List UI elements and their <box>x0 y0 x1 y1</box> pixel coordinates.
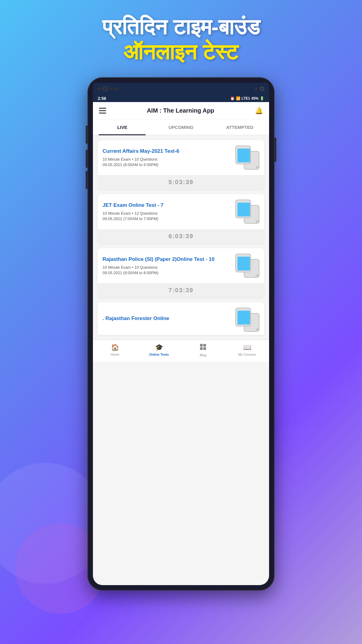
test-icon-3: ✂ <box>235 254 259 278</box>
sensor-dot3 <box>115 87 118 90</box>
test-icon-4: ✂ <box>235 308 259 332</box>
test-card-1[interactable]: Current Affairs May-2021 Test-6 10 Minut… <box>98 140 264 189</box>
svg-rect-2 <box>200 347 203 350</box>
status-bar: 2:56 ⏰ 📶 LTE1 45% 🔋 <box>93 95 269 102</box>
blog-icon <box>200 344 206 352</box>
my-courses-label: My Courses <box>238 353 256 356</box>
home-label: Home <box>110 353 119 356</box>
content-area: Current Affairs May-2021 Test-6 10 Minut… <box>93 135 269 340</box>
svg-rect-3 <box>203 347 206 350</box>
status-time: 2:56 <box>98 96 106 101</box>
app-title: AIM : The Learning App <box>147 107 214 114</box>
test-title-4: . Rajasthan Forester Online <box>103 315 232 322</box>
test-card-2[interactable]: JET Exam Online Test - 7 10 Minute Exam … <box>98 194 264 243</box>
test-icon-2: ✂ <box>235 200 259 224</box>
test-card-3-body: Rajasthan Police (SI) (Paper 2)Online Te… <box>98 248 264 283</box>
tablet-icon-2: ✂ <box>235 200 259 224</box>
phone-device: 2:56 ⏰ 📶 LTE1 45% 🔋 AIM : The Learning A… <box>87 77 275 591</box>
sensor-dot2 <box>110 87 113 90</box>
phone-screen: AIM : The Learning App 🔔 LIVE UPCOMING A… <box>93 102 269 585</box>
bottom-navigation: 🏠 Home 🎓 Online Tests <box>93 340 269 362</box>
header-line2: ऑनलाइन टेस्ट <box>0 39 362 65</box>
app-header: AIM : The Learning App 🔔 <box>93 102 269 120</box>
front-camera-right <box>255 87 258 90</box>
notch-right <box>255 87 264 91</box>
battery-label: 45% <box>251 96 259 101</box>
timer-bar-3: 7:03:39 <box>98 283 264 297</box>
scissors-icon-4: ✂ <box>256 327 259 332</box>
tablet-icon-3: ✂ <box>235 254 259 278</box>
test-meta-3: 10 Minute Exam • 10 Questions <box>103 265 232 270</box>
status-icons: ⏰ 📶 LTE1 45% 🔋 <box>230 96 264 101</box>
scissors-icon-3: ✂ <box>256 273 259 278</box>
tab-bar: LIVE UPCOMING ATTEMPTED <box>93 120 269 135</box>
test-info-1: Current Affairs May-2021 Test-6 10 Minut… <box>103 148 232 167</box>
blog-label: Blog <box>200 353 206 357</box>
test-title-3: Rajasthan Police (SI) (Paper 2)Online Te… <box>103 256 232 263</box>
front-camera-area <box>98 86 118 91</box>
battery-icon: 🔋 <box>260 96 264 101</box>
wifi-icon: 📶 <box>236 96 240 101</box>
phone-notch <box>93 83 269 95</box>
tablet-icon-1: ✂ <box>235 146 259 170</box>
svg-rect-1 <box>203 344 206 347</box>
tablet-screen-4 <box>237 311 250 325</box>
svg-rect-0 <box>200 344 203 347</box>
tablet-screen-1 <box>237 149 250 162</box>
test-date-2: 09.05.2021 (7:00AM to 7:00PM) <box>103 216 232 221</box>
scissors-icon-2: ✂ <box>256 219 259 224</box>
tablet-screen-2 <box>237 203 250 216</box>
test-info-3: Rajasthan Police (SI) (Paper 2)Online Te… <box>103 256 232 275</box>
hero-header: प्रतिदिन टाइम-बाउंड ऑनलाइन टेस्ट <box>0 0 362 74</box>
tablet-front-2 <box>235 200 251 218</box>
timer-bar-1: 5:03:39 <box>98 175 264 189</box>
online-tests-icon: 🎓 <box>155 344 163 351</box>
signal-label: LTE1 <box>242 96 250 101</box>
notification-bell-icon[interactable]: 🔔 <box>255 107 263 115</box>
my-courses-icon: 📖 <box>243 344 251 351</box>
test-icon-1: ✂ <box>235 146 259 170</box>
tab-live[interactable]: LIVE <box>93 120 152 135</box>
timer-bar-2: 6:03:39 <box>98 229 264 243</box>
online-tests-label: Online Tests <box>149 353 169 356</box>
selfie-camera <box>260 87 264 91</box>
test-card-2-body: JET Exam Online Test - 7 10 Minute Exam … <box>98 194 264 229</box>
scissors-icon-1: ✂ <box>256 165 259 170</box>
test-info-2: JET Exam Online Test - 7 10 Minute Exam … <box>103 202 232 221</box>
nav-blog[interactable]: Blog <box>181 342 225 358</box>
nav-online-tests[interactable]: 🎓 Online Tests <box>137 342 181 358</box>
tablet-front-3 <box>235 254 251 272</box>
tablet-front-4 <box>235 308 251 326</box>
test-info-4: . Rajasthan Forester Online <box>103 315 232 324</box>
hamburger-menu[interactable] <box>99 108 106 114</box>
test-title-2: JET Exam Online Test - 7 <box>103 202 232 209</box>
alarm-icon: ⏰ <box>230 96 235 101</box>
tab-upcoming[interactable]: UPCOMING <box>152 120 211 135</box>
test-card-3[interactable]: Rajasthan Police (SI) (Paper 2)Online Te… <box>98 248 264 297</box>
home-icon: 🏠 <box>111 344 119 351</box>
test-title-1: Current Affairs May-2021 Test-6 <box>103 148 232 155</box>
nav-home[interactable]: 🏠 Home <box>93 342 137 358</box>
test-card-1-body: Current Affairs May-2021 Test-6 10 Minut… <box>98 140 264 175</box>
tablet-front-1 <box>235 146 251 164</box>
test-meta-1: 10 Minute Exam • 10 Questions <box>103 157 232 162</box>
tab-attempted[interactable]: ATTEMPTED <box>210 120 269 135</box>
test-date-3: 09.05.2021 (8:00AM to 8:00PM) <box>103 271 232 275</box>
tablet-icon-4: ✂ <box>235 308 259 332</box>
camera-lens <box>103 86 108 91</box>
test-card-4-partial[interactable]: . Rajasthan Forester Online ✂ <box>98 302 264 335</box>
header-line1: प्रतिदिन टाइम-बाउंड <box>0 15 362 39</box>
sensor-dot <box>98 87 101 90</box>
test-date-1: 09.05.2021 (6:00AM to 6:00PM) <box>103 162 232 167</box>
test-meta-2: 10 Minute Exam • 12 Questions <box>103 211 232 216</box>
tablet-screen-3 <box>237 257 250 271</box>
nav-my-courses[interactable]: 📖 My Courses <box>225 342 269 358</box>
